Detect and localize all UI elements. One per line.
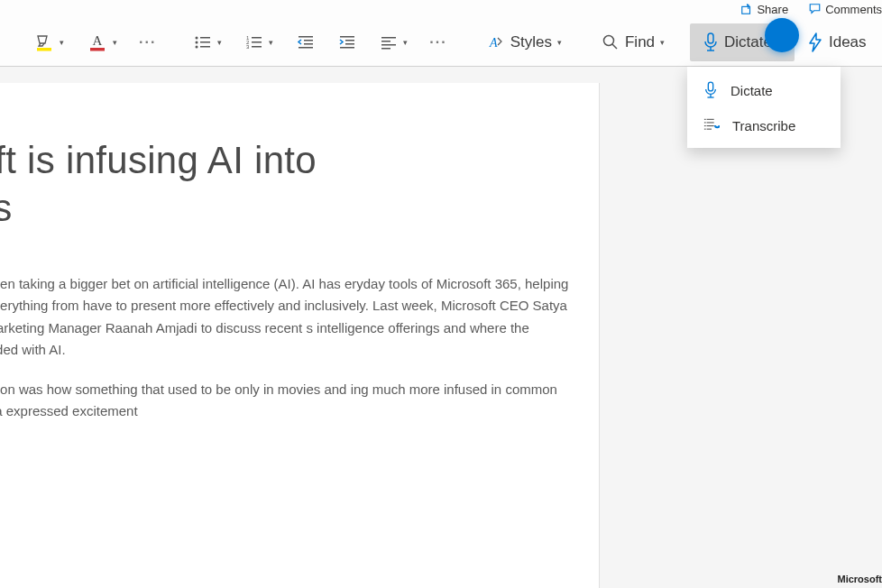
svg-rect-15 xyxy=(252,46,262,48)
svg-rect-16 xyxy=(299,36,313,38)
svg-rect-22 xyxy=(345,43,354,45)
svg-point-4 xyxy=(196,36,198,39)
dictate-dropdown: Dictate Transcribe xyxy=(687,67,841,148)
svg-text:3: 3 xyxy=(246,44,250,50)
ideas-label: Ideas xyxy=(829,33,867,51)
svg-text:A: A xyxy=(489,36,498,50)
find-button[interactable]: Find ▾ xyxy=(594,28,672,57)
ribbon-toolbar: ▾ A ▾ ··· ▾ 1 2 3 ▾ xyxy=(0,18,882,67)
svg-rect-27 xyxy=(381,48,390,50)
chevron-down-icon: ▾ xyxy=(217,38,222,47)
numbering-button[interactable]: 1 2 3 ▾ xyxy=(238,29,280,56)
styles-icon: A xyxy=(485,32,505,52)
svg-text:A: A xyxy=(93,33,103,48)
find-label: Find xyxy=(625,33,655,51)
increase-indent-icon xyxy=(338,34,356,51)
microphone-icon xyxy=(703,81,718,99)
svg-rect-20 xyxy=(340,36,354,38)
share-button[interactable]: Share xyxy=(737,1,792,18)
align-left-icon xyxy=(380,34,398,51)
share-label: Share xyxy=(757,3,788,16)
dropdown-item-dictate[interactable]: Dictate xyxy=(687,72,841,108)
chevron-down-icon: ▾ xyxy=(113,38,117,47)
svg-rect-21 xyxy=(345,40,354,41)
svg-rect-13 xyxy=(252,41,262,43)
document-body: Microsoft has been taking a bigger bet o… xyxy=(0,273,599,423)
chevron-down-icon: ▾ xyxy=(269,38,273,47)
highlight-color-button[interactable]: ▾ xyxy=(27,27,71,58)
title-bar: Share Comments xyxy=(0,0,882,18)
document-title: crosoft is infusing AI into y tools xyxy=(0,137,599,232)
font-more-button[interactable]: ··· xyxy=(133,34,161,51)
paragraph-group: ▾ 1 2 3 ▾ xyxy=(178,29,461,56)
svg-rect-9 xyxy=(200,46,210,48)
svg-rect-41 xyxy=(704,125,706,126)
svg-rect-38 xyxy=(707,119,714,120)
chevron-down-icon: ▾ xyxy=(60,38,64,47)
svg-rect-44 xyxy=(707,129,712,130)
svg-rect-37 xyxy=(704,119,706,120)
chevron-down-icon: ▾ xyxy=(403,38,408,47)
svg-rect-25 xyxy=(381,41,390,42)
highlight-icon xyxy=(34,32,54,52)
svg-rect-31 xyxy=(708,33,713,43)
chevron-down-icon: ▾ xyxy=(557,38,562,47)
attribution-label: Microsoft xyxy=(838,574,883,584)
comments-button[interactable]: Comments xyxy=(804,1,882,18)
ideas-group: Ideas xyxy=(796,27,882,58)
decrease-indent-icon xyxy=(297,34,315,51)
dropdown-item-transcribe[interactable]: Transcribe xyxy=(687,108,841,142)
bullets-button[interactable]: ▾ xyxy=(187,29,229,56)
share-icon xyxy=(740,3,753,15)
chevron-down-icon: ▾ xyxy=(660,38,665,47)
decrease-indent-button[interactable] xyxy=(289,29,322,56)
svg-rect-34 xyxy=(708,82,712,91)
font-color-icon: A xyxy=(87,32,107,52)
svg-line-30 xyxy=(612,44,617,49)
svg-point-29 xyxy=(603,35,613,45)
svg-point-8 xyxy=(196,45,198,48)
svg-point-6 xyxy=(196,41,198,43)
svg-rect-43 xyxy=(704,129,706,130)
numbering-icon: 1 2 3 xyxy=(245,34,263,51)
dropdown-item-label: Transcribe xyxy=(732,118,795,133)
svg-rect-24 xyxy=(381,37,396,39)
svg-rect-3 xyxy=(90,48,105,51)
ideas-button[interactable]: Ideas xyxy=(800,27,874,58)
svg-rect-7 xyxy=(200,41,210,43)
editing-group: Find ▾ xyxy=(585,28,681,57)
font-color-button[interactable]: A ▾ xyxy=(80,27,124,58)
bullets-icon xyxy=(194,34,212,51)
document-page[interactable]: crosoft is infusing AI into y tools Micr… xyxy=(0,83,600,588)
transcribe-icon xyxy=(703,117,720,133)
search-icon xyxy=(602,33,620,51)
font-group: ▾ A ▾ ··· xyxy=(18,27,170,58)
cursor-highlight xyxy=(765,18,799,52)
lightning-icon xyxy=(807,32,823,52)
svg-rect-23 xyxy=(340,47,354,49)
svg-rect-19 xyxy=(299,47,313,49)
svg-rect-42 xyxy=(707,125,714,126)
svg-rect-17 xyxy=(304,40,313,41)
svg-rect-40 xyxy=(707,122,714,123)
paragraph-more-button[interactable]: ··· xyxy=(424,34,452,51)
microphone-icon xyxy=(703,32,719,52)
svg-rect-5 xyxy=(200,37,210,39)
svg-rect-11 xyxy=(252,37,262,39)
paragraph: of the conversation was how something th… xyxy=(0,379,586,423)
paragraph: Microsoft has been taking a bigger bet o… xyxy=(0,273,586,361)
svg-rect-26 xyxy=(381,44,396,46)
align-button[interactable]: ▾ xyxy=(372,29,415,56)
svg-rect-18 xyxy=(304,43,313,45)
dropdown-item-label: Dictate xyxy=(730,83,773,98)
svg-rect-39 xyxy=(704,122,706,123)
styles-label: Styles xyxy=(510,33,552,51)
styles-button[interactable]: A Styles ▾ xyxy=(478,27,569,58)
svg-rect-1 xyxy=(37,48,51,51)
styles-group: A Styles ▾ xyxy=(469,27,578,58)
comments-label: Comments xyxy=(825,3,882,16)
increase-indent-button[interactable] xyxy=(331,29,363,56)
comment-icon xyxy=(808,3,822,15)
